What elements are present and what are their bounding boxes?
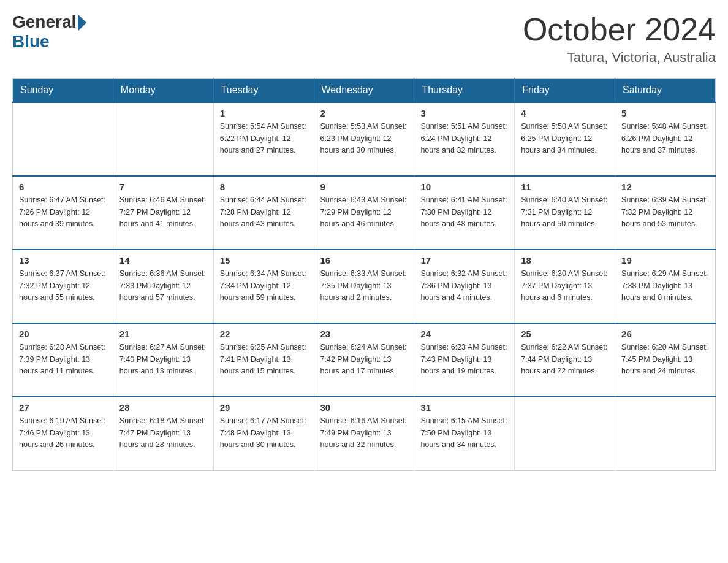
calendar-cell: 8Sunrise: 6:44 AM Sunset: 7:28 PM Daylig… [213, 176, 314, 250]
day-number: 3 [420, 108, 508, 118]
calendar-week-row: 6Sunrise: 6:47 AM Sunset: 7:26 PM Daylig… [13, 176, 716, 250]
calendar-cell: 14Sunrise: 6:36 AM Sunset: 7:33 PM Dayli… [113, 250, 213, 323]
day-info: Sunrise: 6:41 AM Sunset: 7:30 PM Dayligh… [420, 194, 508, 230]
day-number: 29 [220, 402, 308, 413]
calendar-cell: 7Sunrise: 6:46 AM Sunset: 7:27 PM Daylig… [113, 176, 213, 250]
calendar-week-row: 1Sunrise: 5:54 AM Sunset: 6:22 PM Daylig… [13, 102, 716, 176]
calendar-header-sunday: Sunday [13, 79, 113, 103]
logo: General Blue [12, 12, 86, 52]
day-info: Sunrise: 6:39 AM Sunset: 7:32 PM Dayligh… [621, 194, 709, 230]
calendar-cell: 10Sunrise: 6:41 AM Sunset: 7:30 PM Dayli… [414, 176, 515, 250]
calendar-cell [615, 397, 716, 470]
calendar-cell: 9Sunrise: 6:43 AM Sunset: 7:29 PM Daylig… [314, 176, 414, 250]
calendar-cell: 29Sunrise: 6:17 AM Sunset: 7:48 PM Dayli… [213, 397, 314, 470]
calendar-cell: 4Sunrise: 5:50 AM Sunset: 6:25 PM Daylig… [515, 102, 615, 176]
day-info: Sunrise: 6:20 AM Sunset: 7:45 PM Dayligh… [621, 342, 709, 377]
calendar-cell: 24Sunrise: 6:23 AM Sunset: 7:43 PM Dayli… [414, 323, 515, 397]
day-number: 22 [220, 329, 308, 339]
calendar-table: SundayMondayTuesdayWednesdayThursdayFrid… [12, 78, 716, 471]
calendar-cell: 1Sunrise: 5:54 AM Sunset: 6:22 PM Daylig… [213, 102, 314, 176]
day-info: Sunrise: 6:46 AM Sunset: 7:27 PM Dayligh… [119, 194, 207, 230]
day-info: Sunrise: 6:29 AM Sunset: 7:38 PM Dayligh… [621, 268, 709, 304]
day-info: Sunrise: 6:34 AM Sunset: 7:34 PM Dayligh… [220, 268, 308, 304]
day-number: 6 [19, 182, 107, 192]
calendar-cell [13, 102, 113, 176]
day-number: 15 [220, 255, 308, 266]
day-number: 25 [521, 329, 609, 339]
calendar-header-saturday: Saturday [615, 79, 716, 103]
day-number: 19 [621, 255, 709, 266]
calendar-cell: 26Sunrise: 6:20 AM Sunset: 7:45 PM Dayli… [615, 323, 716, 397]
calendar-cell: 27Sunrise: 6:19 AM Sunset: 7:46 PM Dayli… [13, 397, 113, 470]
logo-arrow-icon [78, 14, 86, 31]
calendar-cell: 5Sunrise: 5:48 AM Sunset: 6:26 PM Daylig… [615, 102, 716, 176]
day-number: 12 [621, 182, 709, 192]
day-number: 8 [220, 182, 308, 192]
day-info: Sunrise: 6:16 AM Sunset: 7:49 PM Dayligh… [320, 415, 408, 451]
day-info: Sunrise: 6:28 AM Sunset: 7:39 PM Dayligh… [19, 342, 107, 377]
calendar-cell: 6Sunrise: 6:47 AM Sunset: 7:26 PM Daylig… [13, 176, 113, 250]
day-info: Sunrise: 6:18 AM Sunset: 7:47 PM Dayligh… [119, 415, 207, 451]
day-info: Sunrise: 6:30 AM Sunset: 7:37 PM Dayligh… [521, 268, 609, 304]
calendar-cell: 17Sunrise: 6:32 AM Sunset: 7:36 PM Dayli… [414, 250, 515, 323]
day-number: 27 [19, 402, 107, 413]
day-info: Sunrise: 6:37 AM Sunset: 7:32 PM Dayligh… [19, 268, 107, 304]
day-number: 28 [119, 402, 207, 413]
day-info: Sunrise: 6:22 AM Sunset: 7:44 PM Dayligh… [521, 342, 609, 377]
calendar-cell: 23Sunrise: 6:24 AM Sunset: 7:42 PM Dayli… [314, 323, 414, 397]
title-area: October 2024 Tatura, Victoria, Australia [523, 12, 716, 66]
day-info: Sunrise: 6:15 AM Sunset: 7:50 PM Dayligh… [420, 415, 508, 451]
day-number: 14 [119, 255, 207, 266]
calendar-cell: 16Sunrise: 6:33 AM Sunset: 7:35 PM Dayli… [314, 250, 414, 323]
day-number: 18 [521, 255, 609, 266]
month-title: October 2024 [523, 12, 716, 47]
day-number: 23 [320, 329, 408, 339]
day-info: Sunrise: 6:23 AM Sunset: 7:43 PM Dayligh… [420, 342, 508, 377]
calendar-cell: 28Sunrise: 6:18 AM Sunset: 7:47 PM Dayli… [113, 397, 213, 470]
day-info: Sunrise: 6:36 AM Sunset: 7:33 PM Dayligh… [119, 268, 207, 304]
calendar-header-monday: Monday [113, 79, 213, 103]
calendar-cell: 3Sunrise: 5:51 AM Sunset: 6:24 PM Daylig… [414, 102, 515, 176]
day-info: Sunrise: 6:27 AM Sunset: 7:40 PM Dayligh… [119, 342, 207, 377]
day-number: 30 [320, 402, 408, 413]
day-number: 9 [320, 182, 408, 192]
day-info: Sunrise: 5:54 AM Sunset: 6:22 PM Dayligh… [220, 121, 308, 156]
day-number: 10 [420, 182, 508, 192]
calendar-cell: 19Sunrise: 6:29 AM Sunset: 7:38 PM Dayli… [615, 250, 716, 323]
day-info: Sunrise: 6:40 AM Sunset: 7:31 PM Dayligh… [521, 194, 609, 230]
day-info: Sunrise: 6:32 AM Sunset: 7:36 PM Dayligh… [420, 268, 508, 304]
day-number: 21 [119, 329, 207, 339]
calendar-week-row: 13Sunrise: 6:37 AM Sunset: 7:32 PM Dayli… [13, 250, 716, 323]
calendar-cell: 18Sunrise: 6:30 AM Sunset: 7:37 PM Dayli… [515, 250, 615, 323]
calendar-header-friday: Friday [515, 79, 615, 103]
calendar-cell: 15Sunrise: 6:34 AM Sunset: 7:34 PM Dayli… [213, 250, 314, 323]
page-header: General Blue October 2024 Tatura, Victor… [12, 12, 716, 66]
calendar-cell: 22Sunrise: 6:25 AM Sunset: 7:41 PM Dayli… [213, 323, 314, 397]
day-number: 26 [621, 329, 709, 339]
calendar-cell: 20Sunrise: 6:28 AM Sunset: 7:39 PM Dayli… [13, 323, 113, 397]
location-title: Tatura, Victoria, Australia [523, 50, 716, 66]
day-info: Sunrise: 6:44 AM Sunset: 7:28 PM Dayligh… [220, 194, 308, 230]
day-number: 7 [119, 182, 207, 192]
calendar-cell: 30Sunrise: 6:16 AM Sunset: 7:49 PM Dayli… [314, 397, 414, 470]
calendar-cell: 12Sunrise: 6:39 AM Sunset: 7:32 PM Dayli… [615, 176, 716, 250]
logo-general-text: General [12, 12, 76, 32]
day-info: Sunrise: 6:43 AM Sunset: 7:29 PM Dayligh… [320, 194, 408, 230]
day-number: 24 [420, 329, 508, 339]
day-number: 16 [320, 255, 408, 266]
calendar-cell [515, 397, 615, 470]
day-info: Sunrise: 6:47 AM Sunset: 7:26 PM Dayligh… [19, 194, 107, 230]
day-number: 13 [19, 255, 107, 266]
calendar-cell: 21Sunrise: 6:27 AM Sunset: 7:40 PM Dayli… [113, 323, 213, 397]
day-info: Sunrise: 6:33 AM Sunset: 7:35 PM Dayligh… [320, 268, 408, 304]
day-info: Sunrise: 6:25 AM Sunset: 7:41 PM Dayligh… [220, 342, 308, 377]
day-info: Sunrise: 5:50 AM Sunset: 6:25 PM Dayligh… [521, 121, 609, 156]
day-info: Sunrise: 5:48 AM Sunset: 6:26 PM Dayligh… [621, 121, 709, 156]
calendar-cell [113, 102, 213, 176]
day-info: Sunrise: 6:17 AM Sunset: 7:48 PM Dayligh… [220, 415, 308, 451]
calendar-header-tuesday: Tuesday [213, 79, 314, 103]
calendar-cell: 13Sunrise: 6:37 AM Sunset: 7:32 PM Dayli… [13, 250, 113, 323]
day-number: 4 [521, 108, 609, 118]
day-info: Sunrise: 6:24 AM Sunset: 7:42 PM Dayligh… [320, 342, 408, 377]
calendar-header-row: SundayMondayTuesdayWednesdayThursdayFrid… [13, 79, 716, 103]
